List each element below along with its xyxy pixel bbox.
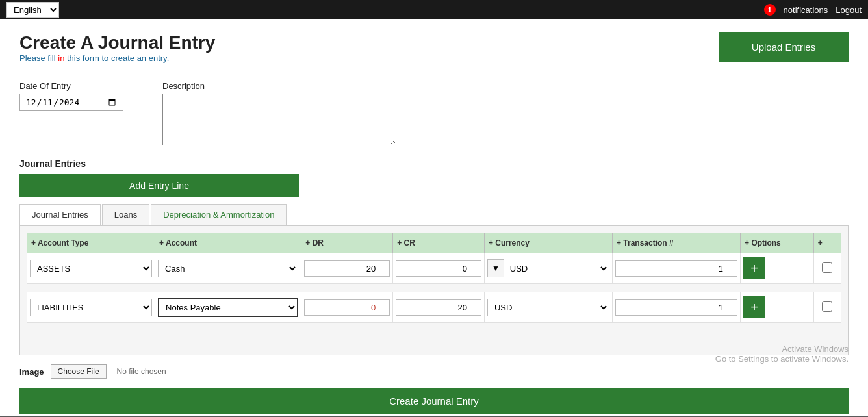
row2-cr-input[interactable] — [396, 299, 481, 316]
date-label: Date Of Entry — [19, 81, 123, 91]
form-fields-row: Date Of Entry Description — [19, 81, 849, 145]
row2-checkbox[interactable] — [822, 301, 832, 312]
th-transaction: + Transaction # — [613, 233, 741, 253]
th-cr: + CR — [393, 233, 485, 253]
page-header: Create A Journal Entry Please fill in th… — [19, 32, 849, 76]
navbar: English Spanish French 1 notifications L… — [0, 0, 868, 19]
th-currency: + Currency — [484, 233, 612, 253]
th-dr: + DR — [301, 233, 393, 253]
row1-cr-input[interactable] — [396, 260, 481, 277]
date-input[interactable] — [19, 94, 123, 111]
row2-account-select[interactable]: Cash Accounts Receivable Notes Payable — [158, 298, 298, 317]
notification-badge: 1 — [764, 4, 776, 16]
row1-account-type-cell: ASSETS LIABILITIES EQUITY REVENUE EXPENS… — [27, 253, 155, 284]
row2-cr-cell — [393, 292, 485, 323]
row2-options-cell: + — [741, 292, 814, 323]
row2-account-cell: Cash Accounts Receivable Notes Payable — [155, 292, 301, 323]
row1-account-select[interactable]: Cash Accounts Receivable Notes Payable — [158, 260, 298, 277]
image-section: Image Choose File No file chosen — [19, 364, 849, 379]
table-row: ASSETS LIABILITIES EQUITY REVENUE EXPENS… — [27, 292, 841, 323]
entries-table: + Account Type + Account + DR + CR + Cur… — [27, 233, 841, 323]
row2-account-type-select[interactable]: ASSETS LIABILITIES EQUITY REVENUE EXPENS… — [30, 299, 152, 316]
row1-account-cell: Cash Accounts Receivable Notes Payable — [155, 253, 301, 284]
row1-dr-input[interactable] — [304, 260, 390, 277]
tab-depreciation[interactable]: Depreciation & Ammortization — [151, 204, 287, 225]
file-input-label[interactable]: Choose File — [51, 364, 107, 379]
description-group: Description — [162, 81, 396, 145]
add-entry-button[interactable]: Add Entry Line — [19, 174, 299, 197]
form-hint: Please fill in this form to create an en… — [19, 53, 215, 63]
table-header: + Account Type + Account + DR + CR + Cur… — [27, 233, 841, 253]
hint-highlight: in — [58, 53, 64, 63]
navbar-left: English Spanish French — [6, 2, 59, 18]
tab-loans[interactable]: Loans — [102, 204, 149, 225]
th-plus: + — [813, 233, 841, 253]
row2-dr-cell — [301, 292, 393, 323]
row1-check-cell — [813, 253, 841, 284]
language-select[interactable]: English Spanish French — [6, 2, 59, 18]
row1-currency-cell: ▼ USD EUR GBP — [484, 253, 612, 284]
row2-currency-select[interactable]: USD EUR GBP — [487, 299, 609, 316]
notifications-link[interactable]: notifications — [784, 5, 828, 15]
row1-checkbox[interactable] — [822, 262, 832, 273]
row1-transaction-cell — [613, 253, 741, 284]
description-label: Description — [162, 81, 396, 91]
navbar-right: 1 notifications Logout — [764, 4, 862, 16]
row2-transaction-cell — [613, 292, 741, 323]
main-container: Create A Journal Entry Please fill in th… — [0, 19, 868, 416]
row1-account-type-select[interactable]: ASSETS LIABILITIES EQUITY REVENUE EXPENS… — [30, 260, 152, 277]
choose-file-button[interactable]: Choose File — [51, 364, 107, 379]
journal-entries-section: Journal Entries Add Entry Line Journal E… — [19, 158, 849, 355]
activate-line2: Go to Settings to activate Windows. — [715, 354, 849, 364]
row2-currency-cell: USD EUR GBP — [484, 292, 612, 323]
row1-dr-cell — [301, 253, 393, 284]
row1-cr-cell — [393, 253, 485, 284]
row2-account-type-cell: ASSETS LIABILITIES EQUITY REVENUE EXPENS… — [27, 292, 155, 323]
row1-currency-select[interactable]: USD EUR GBP — [504, 260, 609, 277]
date-group: Date Of Entry — [19, 81, 123, 145]
row2-transaction-input[interactable] — [615, 299, 737, 316]
row1-currency-flag-btn[interactable]: ▼ — [487, 259, 504, 277]
logout-link[interactable]: Logout — [836, 5, 862, 15]
row1-options-cell: + — [741, 253, 814, 284]
spacer-row — [27, 284, 841, 292]
th-account-type: + Account Type — [27, 233, 155, 253]
row2-dr-input[interactable] — [304, 299, 390, 316]
description-textarea[interactable] — [162, 94, 396, 145]
image-label: Image — [19, 367, 44, 377]
no-file-text: No file chosen — [117, 367, 166, 376]
row1-options-button[interactable]: + — [743, 257, 765, 279]
section-label: Journal Entries — [19, 158, 849, 169]
row2-check-cell — [813, 292, 841, 323]
tab-journal-entries[interactable]: Journal Entries — [19, 204, 101, 225]
tabs-bar: Journal Entries Loans Depreciation & Amm… — [19, 204, 849, 225]
entries-table-wrapper: + Account Type + Account + DR + CR + Cur… — [19, 225, 849, 355]
table-row: ASSETS LIABILITIES EQUITY REVENUE EXPENS… — [27, 253, 841, 284]
create-journal-entry-button[interactable]: Create Journal Entry — [19, 388, 849, 414]
page-title: Create A Journal Entry — [19, 32, 215, 53]
upload-entries-button[interactable]: Upload Entries — [719, 32, 849, 62]
th-account: + Account — [155, 233, 301, 253]
row1-transaction-input[interactable] — [615, 260, 737, 277]
row2-options-button[interactable]: + — [743, 296, 765, 318]
table-body: ASSETS LIABILITIES EQUITY REVENUE EXPENS… — [27, 253, 841, 323]
th-options: + Options — [741, 233, 814, 253]
